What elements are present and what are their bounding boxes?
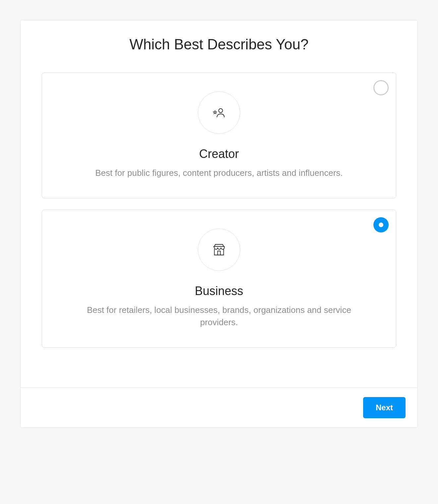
card-footer: Next [21,387,417,428]
icon-circle [198,228,240,271]
option-title: Creator [55,147,383,161]
card-body: Which Best Describes You? Creator Best f… [21,20,417,387]
icon-circle [198,91,240,134]
page-title: Which Best Describes You? [42,36,396,53]
svg-point-0 [219,109,223,113]
option-description: Best for retailers, local businesses, br… [80,304,358,329]
option-business[interactable]: Business Best for retailers, local busin… [42,210,396,348]
option-title: Business [55,284,383,298]
account-type-card: Which Best Describes You? Creator Best f… [20,20,418,428]
business-icon [211,242,227,258]
radio-selected-icon[interactable] [373,217,389,232]
creator-icon [211,105,227,121]
radio-unselected-icon[interactable] [373,80,389,95]
option-creator[interactable]: Creator Best for public figures, content… [42,73,396,198]
svg-rect-1 [218,251,220,255]
option-description: Best for public figures, content produce… [80,167,358,179]
next-button[interactable]: Next [363,397,406,418]
